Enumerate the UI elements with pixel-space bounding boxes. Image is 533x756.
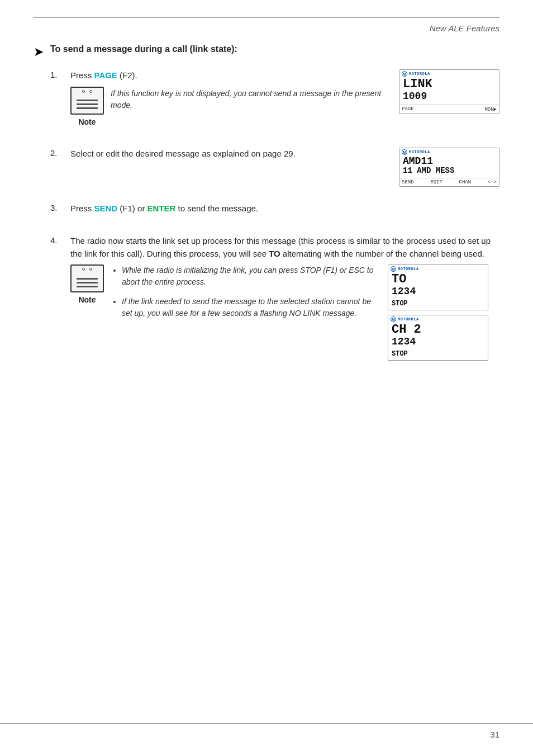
step-3-text: Press SEND (F1) or ENTER to send the mes… (70, 202, 499, 215)
step-2-display: M MOTOROLA AMD11 11 AMD MESS SEND EDIT C… (399, 148, 499, 187)
step-4: 4. The radio now starts the link set up … (50, 235, 499, 361)
softkey-mon: MON▶ (484, 106, 497, 112)
bullet-2-text: If the link needed to send the message t… (122, 297, 371, 318)
softkey-chan: CHAN (459, 179, 472, 185)
section-heading: ➤ To send a message during a call (link … (34, 44, 499, 59)
radio-line2-ch: 1234 (392, 337, 484, 348)
dot-2 (89, 90, 92, 93)
page-header: New ALE Features (34, 23, 499, 33)
line-4-1 (77, 278, 98, 280)
step-1-row: Press PAGE (F2). (70, 69, 499, 132)
radio-body-2: AMD11 11 AMD MESS (399, 155, 499, 178)
motorola-logo-ch: MOTOROLA (398, 317, 419, 322)
step-2-row: Select or edit the desired message as ex… (70, 148, 499, 187)
note-icon-container-4: Note (70, 264, 104, 304)
step-3-enter-keyword: ENTER (147, 204, 176, 213)
radio-display-2: M MOTOROLA AMD11 11 AMD MESS SEND EDIT C… (399, 148, 499, 187)
step-2: 2. Select or edit the desired message as… (50, 148, 499, 187)
dot-4-1 (82, 268, 85, 271)
line-3 (77, 107, 98, 109)
softkey-send: SEND (402, 179, 414, 185)
step-2-number: 2. (50, 148, 70, 158)
step-3-content: Press SEND (F1) or ENTER to send the mes… (70, 202, 499, 220)
radio-body-to: TO 1234 (388, 272, 488, 300)
motorola-logo-1: MOTOROLA (409, 72, 430, 76)
step-1-content: Press PAGE (F2). (70, 69, 499, 132)
note-icon-4 (70, 264, 104, 292)
radio-line2-to: 1234 (392, 286, 484, 297)
radio-line1-ch: CH 2 (392, 323, 484, 337)
step-2-text: Select or edit the desired message as ex… (70, 148, 388, 160)
radio-display-1: M MOTOROLA LINK 1009 PAGE MON▶ (399, 69, 499, 114)
motorola-circle-to: M (391, 266, 396, 272)
bullet-1: While the radio is initializing the link… (122, 264, 377, 288)
step-3-number: 3. (50, 202, 70, 212)
radio-header-2: M MOTOROLA (399, 148, 499, 155)
radio-line2-2: 11 AMD MESS (403, 167, 496, 175)
page-number: 31 (490, 730, 499, 739)
radio-display-ch: M MOTOROLA CH 2 1234 STOP (388, 315, 488, 361)
motorola-circle-1: M (402, 71, 407, 77)
radio-line2-1: 1009 (403, 91, 496, 102)
step-1: 1. Press PAGE (F2). (50, 69, 499, 132)
radio-line1-to: TO (392, 273, 484, 286)
motorola-logo-2: MOTOROLA (409, 150, 430, 154)
radio-softkeys-2: SEND EDIT CHAN <-> (399, 178, 499, 186)
radio-header-ch: M MOTOROLA (388, 315, 488, 322)
radio-body-ch: CH 2 1234 (388, 322, 488, 350)
arrow-icon: ➤ (34, 45, 44, 59)
top-rule (34, 17, 499, 18)
radio-body-1: LINK 1009 (399, 77, 499, 105)
softkey-arrow: <-> (488, 179, 497, 185)
dot-4-2 (89, 268, 92, 271)
step-4-content: The radio now starts the link set up pro… (70, 235, 499, 361)
step-1-page-keyword: PAGE (94, 70, 117, 80)
steps-container: 1. Press PAGE (F2). (34, 69, 499, 361)
step-1-text-area: Press PAGE (F2). (70, 69, 388, 132)
radio-stop-to: STOP (388, 300, 488, 310)
step-4-right: M MOTOROLA TO 1234 STOP (388, 264, 499, 361)
motorola-logo-to: MOTOROLA (398, 267, 419, 271)
motorola-circle-ch: M (391, 316, 396, 322)
step-4-note: Note While the radio is initializing the… (70, 264, 377, 327)
bullet-1-esc: ESC (349, 266, 365, 275)
note-icon-1 (70, 87, 104, 115)
softkey-edit: EDIT (430, 179, 442, 185)
step-4-text: The radio now starts the link set up pro… (70, 235, 499, 260)
step-4-bullet-list: While the radio is initializing the link… (111, 264, 377, 327)
line-4-2 (77, 282, 98, 284)
note-icon-container-1: Note (70, 87, 104, 126)
note-icon-lines (77, 100, 98, 109)
note-icon-dots (82, 90, 92, 93)
step-3-send-keyword: SEND (94, 204, 118, 213)
bullet-1-text: While the radio is initializing the link… (122, 266, 374, 286)
step-3: 3. Press SEND (F1) or ENTER to send the … (50, 202, 499, 220)
radio-header-to: M MOTOROLA (388, 265, 488, 272)
line-1 (77, 100, 98, 101)
radio-display-to: M MOTOROLA TO 1234 STOP (388, 264, 488, 310)
step-1-note-text: If this function key is not displayed, y… (111, 87, 388, 111)
step-2-content: Select or edit the desired message as ex… (70, 148, 499, 187)
line-2 (77, 103, 98, 105)
motorola-circle-2: M (402, 149, 407, 155)
header-title: New ALE Features (430, 23, 499, 33)
step-1-text: Press PAGE (F2). (70, 69, 388, 82)
step-1-display: M MOTOROLA LINK 1009 PAGE MON▶ (399, 69, 499, 114)
radio-stop-ch: STOP (388, 350, 488, 360)
page-container: New ALE Features ➤ To send a message dur… (0, 0, 533, 756)
step-4-two-col: Note While the radio is initializing the… (70, 264, 499, 361)
page-footer: 31 (0, 723, 533, 739)
bullet-1-stop: STOP (300, 266, 321, 275)
step-1-note: Note If this function key is not display… (70, 87, 388, 126)
heading-text: To send a message during a call (link st… (50, 44, 237, 54)
note-label-4: Note (78, 295, 96, 304)
step-1-number: 1. (50, 69, 70, 79)
bullet-2: If the link needed to send the message t… (122, 296, 377, 319)
radio-line1-2: AMD11 (403, 156, 496, 167)
step-4-to-bold: TO (269, 249, 280, 258)
softkey-page: PAGE (402, 106, 414, 112)
radio-line1-1: LINK (403, 78, 496, 91)
step-4-left: Note While the radio is initializing the… (70, 264, 377, 334)
step-4-number: 4. (50, 235, 70, 245)
radio-header-1: M MOTOROLA (399, 70, 499, 77)
